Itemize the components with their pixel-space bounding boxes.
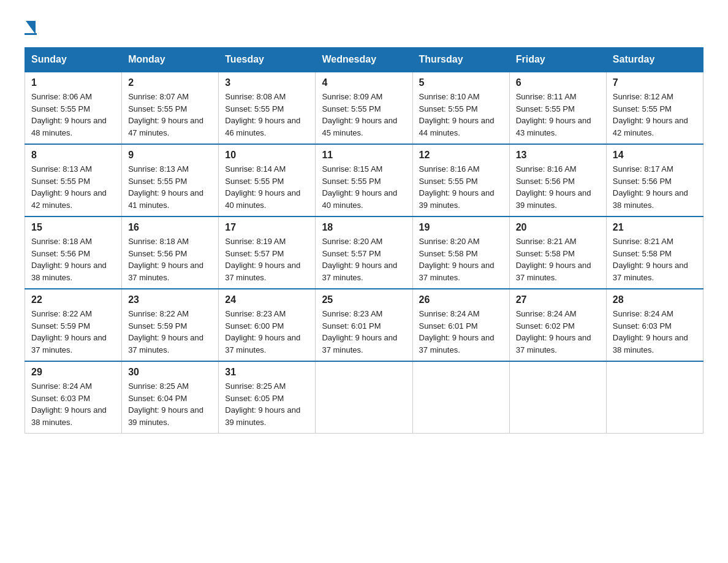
day-number: 30 xyxy=(128,367,212,378)
day-info: Sunrise: 8:22 AMSunset: 5:59 PMDaylight:… xyxy=(128,309,203,354)
calendar-cell: 22 Sunrise: 8:22 AMSunset: 5:59 PMDaylig… xyxy=(25,289,122,361)
day-number: 4 xyxy=(322,77,406,88)
day-info: Sunrise: 8:18 AMSunset: 5:56 PMDaylight:… xyxy=(128,237,203,282)
weekday-header-row: SundayMondayTuesdayWednesdayThursdayFrid… xyxy=(25,48,703,72)
day-number: 11 xyxy=(322,150,406,161)
day-number: 1 xyxy=(31,77,115,88)
weekday-header-tuesday: Tuesday xyxy=(219,48,316,72)
day-info: Sunrise: 8:23 AMSunset: 6:01 PMDaylight:… xyxy=(322,309,397,354)
calendar-cell xyxy=(606,361,703,434)
calendar-cell: 10 Sunrise: 8:14 AMSunset: 5:55 PMDaylig… xyxy=(219,144,316,216)
weekday-header-friday: Friday xyxy=(509,48,606,72)
weekday-header-sunday: Sunday xyxy=(25,48,122,72)
day-number: 23 xyxy=(128,294,212,305)
day-info: Sunrise: 8:12 AMSunset: 5:55 PMDaylight:… xyxy=(613,92,688,137)
weekday-header-monday: Monday xyxy=(122,48,219,72)
calendar-cell: 6 Sunrise: 8:11 AMSunset: 5:55 PMDayligh… xyxy=(509,72,606,144)
calendar-week-row: 22 Sunrise: 8:22 AMSunset: 5:59 PMDaylig… xyxy=(25,289,703,361)
day-info: Sunrise: 8:25 AMSunset: 6:05 PMDaylight:… xyxy=(225,381,300,427)
day-number: 17 xyxy=(225,222,309,233)
calendar-cell: 13 Sunrise: 8:16 AMSunset: 5:56 PMDaylig… xyxy=(509,144,606,216)
calendar-cell: 1 Sunrise: 8:06 AMSunset: 5:55 PMDayligh… xyxy=(25,72,122,144)
day-info: Sunrise: 8:24 AMSunset: 6:03 PMDaylight:… xyxy=(31,381,107,427)
day-number: 2 xyxy=(128,77,212,88)
calendar-cell: 5 Sunrise: 8:10 AMSunset: 5:55 PMDayligh… xyxy=(412,72,509,144)
day-number: 20 xyxy=(516,222,600,233)
day-number: 5 xyxy=(419,77,503,88)
day-info: Sunrise: 8:25 AMSunset: 6:04 PMDaylight:… xyxy=(128,381,203,427)
day-info: Sunrise: 8:20 AMSunset: 5:58 PMDaylight:… xyxy=(419,237,495,282)
logo-arrow-icon xyxy=(26,21,36,34)
day-number: 10 xyxy=(225,150,309,161)
calendar-cell: 30 Sunrise: 8:25 AMSunset: 6:04 PMDaylig… xyxy=(122,361,219,434)
day-number: 8 xyxy=(31,150,115,161)
day-info: Sunrise: 8:11 AMSunset: 5:55 PMDaylight:… xyxy=(516,92,591,137)
calendar-cell xyxy=(509,361,606,434)
day-info: Sunrise: 8:06 AMSunset: 5:55 PMDaylight:… xyxy=(31,92,107,137)
day-info: Sunrise: 8:24 AMSunset: 6:01 PMDaylight:… xyxy=(419,309,495,354)
day-info: Sunrise: 8:24 AMSunset: 6:02 PMDaylight:… xyxy=(516,309,591,354)
calendar-cell: 25 Sunrise: 8:23 AMSunset: 6:01 PMDaylig… xyxy=(316,289,412,361)
calendar-cell: 12 Sunrise: 8:16 AMSunset: 5:55 PMDaylig… xyxy=(412,144,509,216)
calendar-cell: 17 Sunrise: 8:19 AMSunset: 5:57 PMDaylig… xyxy=(219,216,316,289)
day-info: Sunrise: 8:10 AMSunset: 5:55 PMDaylight:… xyxy=(419,92,495,137)
day-info: Sunrise: 8:19 AMSunset: 5:57 PMDaylight:… xyxy=(225,237,300,282)
day-info: Sunrise: 8:13 AMSunset: 5:55 PMDaylight:… xyxy=(128,164,203,210)
calendar-table: SundayMondayTuesdayWednesdayThursdayFrid… xyxy=(25,47,703,434)
day-number: 24 xyxy=(225,294,309,305)
day-number: 16 xyxy=(128,222,212,233)
day-info: Sunrise: 8:07 AMSunset: 5:55 PMDaylight:… xyxy=(128,92,203,137)
calendar-cell: 21 Sunrise: 8:21 AMSunset: 5:58 PMDaylig… xyxy=(606,216,703,289)
calendar-cell: 2 Sunrise: 8:07 AMSunset: 5:55 PMDayligh… xyxy=(122,72,219,144)
day-info: Sunrise: 8:21 AMSunset: 5:58 PMDaylight:… xyxy=(516,237,591,282)
calendar-cell: 29 Sunrise: 8:24 AMSunset: 6:03 PMDaylig… xyxy=(25,361,122,434)
page-header xyxy=(25,18,703,35)
day-number: 22 xyxy=(31,294,115,305)
logo xyxy=(25,18,37,35)
day-number: 28 xyxy=(613,294,697,305)
calendar-week-row: 8 Sunrise: 8:13 AMSunset: 5:55 PMDayligh… xyxy=(25,144,703,216)
day-number: 18 xyxy=(322,222,406,233)
day-number: 19 xyxy=(419,222,503,233)
calendar-cell: 15 Sunrise: 8:18 AMSunset: 5:56 PMDaylig… xyxy=(25,216,122,289)
day-number: 9 xyxy=(128,150,212,161)
calendar-cell: 23 Sunrise: 8:22 AMSunset: 5:59 PMDaylig… xyxy=(122,289,219,361)
day-info: Sunrise: 8:18 AMSunset: 5:56 PMDaylight:… xyxy=(31,237,107,282)
calendar-cell: 9 Sunrise: 8:13 AMSunset: 5:55 PMDayligh… xyxy=(122,144,219,216)
day-info: Sunrise: 8:16 AMSunset: 5:55 PMDaylight:… xyxy=(419,164,495,210)
day-number: 12 xyxy=(419,150,503,161)
calendar-week-row: 15 Sunrise: 8:18 AMSunset: 5:56 PMDaylig… xyxy=(25,216,703,289)
calendar-cell: 24 Sunrise: 8:23 AMSunset: 6:00 PMDaylig… xyxy=(219,289,316,361)
calendar-cell: 18 Sunrise: 8:20 AMSunset: 5:57 PMDaylig… xyxy=(316,216,412,289)
calendar-week-row: 1 Sunrise: 8:06 AMSunset: 5:55 PMDayligh… xyxy=(25,72,703,144)
weekday-header-wednesday: Wednesday xyxy=(316,48,412,72)
calendar-cell xyxy=(412,361,509,434)
calendar-cell: 28 Sunrise: 8:24 AMSunset: 6:03 PMDaylig… xyxy=(606,289,703,361)
weekday-header-saturday: Saturday xyxy=(606,48,703,72)
calendar-cell: 20 Sunrise: 8:21 AMSunset: 5:58 PMDaylig… xyxy=(509,216,606,289)
day-info: Sunrise: 8:22 AMSunset: 5:59 PMDaylight:… xyxy=(31,309,107,354)
day-number: 7 xyxy=(613,77,697,88)
calendar-cell: 4 Sunrise: 8:09 AMSunset: 5:55 PMDayligh… xyxy=(316,72,412,144)
day-info: Sunrise: 8:24 AMSunset: 6:03 PMDaylight:… xyxy=(613,309,688,354)
day-number: 21 xyxy=(613,222,697,233)
day-info: Sunrise: 8:23 AMSunset: 6:00 PMDaylight:… xyxy=(225,309,300,354)
day-info: Sunrise: 8:09 AMSunset: 5:55 PMDaylight:… xyxy=(322,92,397,137)
calendar-cell: 26 Sunrise: 8:24 AMSunset: 6:01 PMDaylig… xyxy=(412,289,509,361)
day-number: 15 xyxy=(31,222,115,233)
day-info: Sunrise: 8:08 AMSunset: 5:55 PMDaylight:… xyxy=(225,92,300,137)
calendar-cell xyxy=(316,361,412,434)
calendar-cell: 7 Sunrise: 8:12 AMSunset: 5:55 PMDayligh… xyxy=(606,72,703,144)
calendar-week-row: 29 Sunrise: 8:24 AMSunset: 6:03 PMDaylig… xyxy=(25,361,703,434)
calendar-cell: 16 Sunrise: 8:18 AMSunset: 5:56 PMDaylig… xyxy=(122,216,219,289)
day-number: 25 xyxy=(322,294,406,305)
day-number: 13 xyxy=(516,150,600,161)
day-number: 27 xyxy=(516,294,600,305)
day-number: 3 xyxy=(225,77,309,88)
day-info: Sunrise: 8:17 AMSunset: 5:56 PMDaylight:… xyxy=(613,164,688,210)
calendar-cell: 8 Sunrise: 8:13 AMSunset: 5:55 PMDayligh… xyxy=(25,144,122,216)
day-info: Sunrise: 8:13 AMSunset: 5:55 PMDaylight:… xyxy=(31,164,107,210)
weekday-header-thursday: Thursday xyxy=(412,48,509,72)
day-info: Sunrise: 8:21 AMSunset: 5:58 PMDaylight:… xyxy=(613,237,688,282)
day-number: 14 xyxy=(613,150,697,161)
